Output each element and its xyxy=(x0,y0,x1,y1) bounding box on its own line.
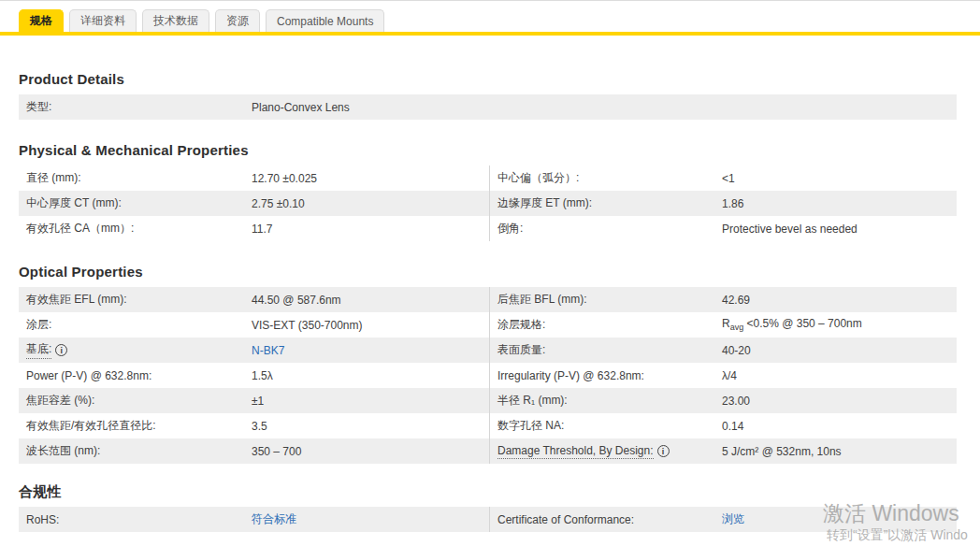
tab-details[interactable]: 详细资料 xyxy=(69,9,137,32)
physical-rows: 直径 (mm): 12.70 ±0.025 中心偏（弧分）: <1 中心厚度 C… xyxy=(19,165,957,241)
substrate-link[interactable]: N-BK7 xyxy=(252,344,284,357)
spec-value: 1.86 xyxy=(722,197,743,210)
spec-value: 11.7 xyxy=(252,223,272,236)
section-title-physical: Physical & Mechanical Properties xyxy=(19,142,957,159)
spec-label: 半径 R₁ (mm): xyxy=(490,393,722,409)
windows-activation-watermark: 激活 Windows xyxy=(823,499,959,528)
spec-row-focal-tolerance: 焦距容差 (%): ±1 半径 R₁ (mm): 23.00 xyxy=(19,388,957,413)
spec-label: 中心偏（弧分）: xyxy=(490,170,722,186)
spec-value: 12.70 ±0.025 xyxy=(252,172,317,185)
spec-label: RoHS: xyxy=(19,513,252,526)
spec-value: 350 – 700 xyxy=(252,445,301,458)
spec-content: Product Details 类型: Plano-Convex Lens Ph… xyxy=(0,71,980,532)
spec-row-power: Power (P-V) @ 632.8nm: 1.5λ Irregularity… xyxy=(19,363,957,388)
spec-label: Certificate of Conformance: xyxy=(490,513,722,526)
spec-row-clear-aperture: 有效孔径 CA（mm）: 11.7 倒角: Protective bevel a… xyxy=(19,216,957,241)
spec-label: 焦距容差 (%): xyxy=(19,393,252,409)
spec-value: 0.14 xyxy=(722,420,743,433)
spec-value: Protective bevel as needed xyxy=(722,223,858,236)
compliance-rows: RoHS: 符合标准 Certificate of Conformance: 浏… xyxy=(19,507,957,532)
tab-bar: 规格 详细资料 技术数据 资源 Compatible Mounts xyxy=(0,1,980,32)
spec-row-type: 类型: Plano-Convex Lens xyxy=(19,94,957,120)
spec-label: 倒角: xyxy=(490,221,722,237)
spec-value: 42.69 xyxy=(722,294,750,307)
windows-activation-watermark-subtext: 转到“设置”以激活 Windo xyxy=(827,527,968,544)
accent-bar xyxy=(0,32,980,36)
spec-value: λ/4 xyxy=(722,369,737,382)
spec-row-substrate: 基底:i N-BK7 表面质量: 40-20 xyxy=(19,338,957,363)
spec-value: VIS-EXT (350-700nm) xyxy=(252,319,363,332)
spec-label: Power (P-V) @ 632.8nm: xyxy=(19,369,252,382)
spec-value: Ravg <0.5% @ 350 – 700nm xyxy=(722,317,862,332)
spec-label: 后焦距 BFL (mm): xyxy=(490,292,722,308)
tab-resources[interactable]: 资源 xyxy=(215,9,260,32)
spec-label: 中心厚度 CT (mm): xyxy=(19,195,252,211)
tab-specs[interactable]: 规格 xyxy=(19,9,64,32)
spec-row-wavelength-range: 波长范围 (nm): 350 – 700 Damage Threshold, B… xyxy=(19,438,957,464)
spec-row-efl: 有效焦距 EFL (mm): 44.50 @ 587.6nm 后焦距 BFL (… xyxy=(19,287,957,312)
tabs: 规格 详细资料 技术数据 资源 Compatible Mounts xyxy=(19,9,980,32)
spec-value: ±1 xyxy=(252,395,264,408)
spec-label: 边缘厚度 ET (mm): xyxy=(490,195,722,211)
spec-label: Irregularity (P-V) @ 632.8nm: xyxy=(490,369,722,382)
spec-label: 类型: xyxy=(19,99,252,115)
section-title-compliance: 合规性 xyxy=(19,483,957,500)
spec-row-fnumber: 有效焦距/有效孔径直径比: 3.5 数字孔径 NA: 0.14 xyxy=(19,413,957,438)
product-spec-page: { "tabs": [ { "label": "规格", "active": t… xyxy=(0,0,980,546)
rohs-link[interactable]: 符合标准 xyxy=(252,511,296,527)
tab-compatible-mounts[interactable]: Compatible Mounts xyxy=(266,9,384,32)
spec-label: Damage Threshold, By Design:i xyxy=(490,444,722,459)
spec-value: 23.00 xyxy=(722,395,750,408)
spec-row-coating: 涂层: VIS-EXT (350-700nm) 涂层规格: Ravg <0.5%… xyxy=(19,312,957,338)
spec-label: 基底:i xyxy=(19,341,252,359)
product-details-rows: 类型: Plano-Convex Lens xyxy=(19,94,957,120)
spec-value: 5 J/cm² @ 532nm, 10ns xyxy=(722,445,842,458)
spec-label: 波长范围 (nm): xyxy=(19,443,252,459)
spec-value: 40-20 xyxy=(722,344,751,357)
spec-row-rohs: RoHS: 符合标准 Certificate of Conformance: 浏… xyxy=(19,507,957,532)
spec-label: 有效孔径 CA（mm）: xyxy=(19,221,252,237)
spec-value: 2.75 ±0.10 xyxy=(252,197,305,210)
spec-value: Plano-Convex Lens xyxy=(252,101,350,114)
spec-value: <1 xyxy=(722,172,735,185)
tab-tech-data[interactable]: 技术数据 xyxy=(142,9,209,32)
spec-value: 3.5 xyxy=(252,420,267,433)
spec-label: 有效焦距/有效孔径直径比: xyxy=(19,418,252,434)
optical-rows: 有效焦距 EFL (mm): 44.50 @ 587.6nm 后焦距 BFL (… xyxy=(19,287,957,464)
spec-label: 数字孔径 NA: xyxy=(490,418,722,434)
info-icon[interactable]: i xyxy=(55,344,67,356)
certificate-link[interactable]: 浏览 xyxy=(722,511,744,527)
spec-row-center-thickness: 中心厚度 CT (mm): 2.75 ±0.10 边缘厚度 ET (mm): 1… xyxy=(19,191,957,216)
section-title-product-details: Product Details xyxy=(19,71,957,88)
spec-label: 涂层规格: xyxy=(490,317,722,333)
spec-value: 1.5λ xyxy=(252,369,273,382)
spec-label: 直径 (mm): xyxy=(19,170,252,186)
spec-label: 涂层: xyxy=(19,317,252,333)
spec-label: 有效焦距 EFL (mm): xyxy=(19,292,252,308)
spec-label: 表面质量: xyxy=(490,342,722,358)
spec-row-diameter: 直径 (mm): 12.70 ±0.025 中心偏（弧分）: <1 xyxy=(19,165,957,191)
info-icon[interactable]: i xyxy=(657,445,670,457)
section-title-optical: Optical Properties xyxy=(19,264,957,280)
spec-value: 44.50 @ 587.6nm xyxy=(252,294,341,307)
